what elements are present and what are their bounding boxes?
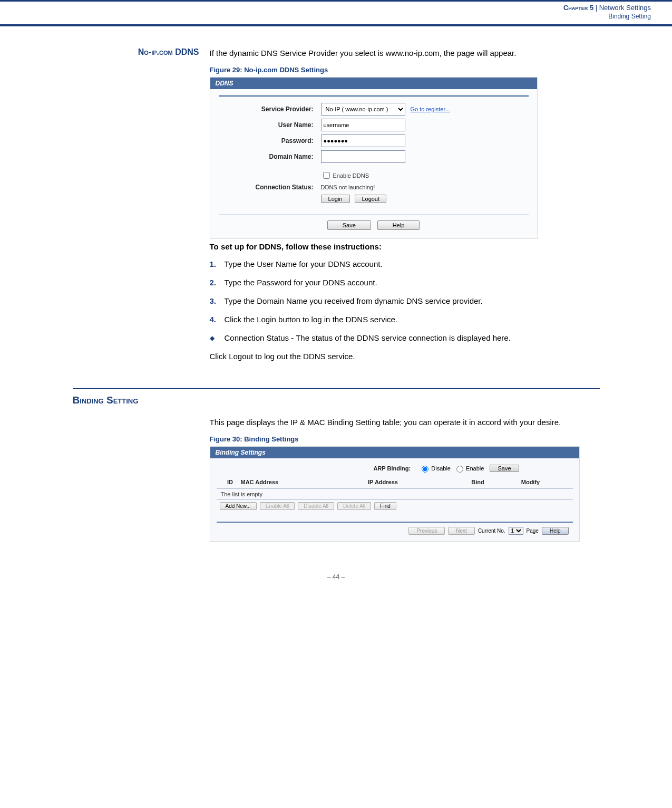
password-label: Password: — [219, 137, 321, 145]
section-divider — [73, 388, 600, 389]
find-button[interactable]: Find — [374, 502, 396, 510]
arp-disable-label: Disable — [431, 465, 451, 472]
arp-disable-radio[interactable] — [422, 466, 428, 473]
page-number: – 44 – — [73, 573, 600, 581]
step-num-2: 2. — [210, 277, 225, 288]
chapter-title: Network Settings — [599, 4, 651, 12]
enable-all-button[interactable]: Enable All — [260, 502, 295, 510]
figure29-caption: Figure 29: No-ip.com DDNS Settings — [210, 66, 600, 74]
domain-name-input[interactable] — [321, 150, 405, 163]
current-no-select[interactable]: 1 — [509, 527, 523, 535]
enable-ddns-label: Enable DDNS — [333, 172, 369, 179]
step-text-4: Click the Login button to log in the DDN… — [225, 314, 398, 325]
col-ip: IP Address — [320, 479, 446, 485]
step-num-1: 1. — [210, 258, 225, 270]
section1-margin-title: No-ip.com DDNS — [73, 47, 210, 57]
arp-binding-label: ARP Binding: — [373, 465, 411, 472]
conn-status-value: DDNS not launching! — [321, 184, 375, 190]
header: Chapter 5 | Network Settings Binding Set… — [0, 0, 672, 26]
section1-intro: If the dynamic DNS Service Provider you … — [210, 47, 600, 59]
step-text-2: Type the Password for your DDNS account. — [225, 277, 377, 288]
panel-bottom-rule — [219, 215, 529, 215]
service-provider-label: Service Provider: — [219, 105, 321, 113]
conn-status-label: Connection Status: — [219, 184, 321, 191]
save-button[interactable]: Save — [327, 220, 371, 230]
domain-name-label: Domain Name: — [219, 153, 321, 160]
panel-top-rule — [219, 95, 529, 97]
arp-save-button[interactable]: Save — [490, 465, 519, 472]
help-button[interactable]: Help — [377, 220, 420, 230]
arp-enable-radio[interactable] — [456, 466, 463, 473]
password-input[interactable] — [321, 134, 405, 147]
binding-panel-title: Binding Settings — [210, 447, 579, 458]
conn-status-bullet: Connection Status - The status of the DD… — [225, 332, 511, 343]
previous-button[interactable]: Previous — [408, 527, 445, 535]
pager-rule — [217, 522, 573, 523]
section2-intro: This page displays the IP & MAC Binding … — [210, 417, 600, 428]
pager-help-button[interactable]: Help — [542, 527, 569, 535]
add-new-button[interactable]: Add New... — [220, 502, 257, 510]
service-provider-select[interactable]: No-IP ( www.no-ip.com ) — [321, 103, 405, 116]
arp-enable-label: Enable — [466, 465, 484, 472]
chapter-sep: | — [593, 4, 599, 12]
username-label: User Name: — [219, 121, 321, 129]
logout-line: Click Logout to log out the DDNS service… — [210, 351, 600, 362]
logout-button[interactable]: Logout — [355, 195, 386, 203]
section2-title: Binding Setting — [73, 395, 600, 406]
page-content: No-ip.com DDNS If the dynamic DNS Servic… — [73, 26, 600, 612]
page-label: Page — [527, 528, 539, 534]
diamond-bullet-icon: ◆ — [210, 332, 225, 343]
enable-ddns-checkbox[interactable] — [323, 172, 330, 179]
register-link[interactable]: Go to register... — [411, 106, 450, 112]
figure30-caption: Figure 30: Binding Settings — [210, 435, 600, 443]
ddns-panel: DDNS Service Provider: No-IP ( www.no-ip… — [210, 77, 538, 239]
header-subtitle: Binding Setting — [0, 13, 651, 20]
step-text-1: Type the User Name for your DDNS account… — [225, 258, 383, 270]
instructions-list: 1.Type the User Name for your DDNS accou… — [210, 258, 600, 325]
col-modify: Modify — [510, 479, 552, 485]
col-bind: Bind — [446, 479, 510, 485]
col-id: ID — [220, 479, 241, 485]
current-no-label: Current No. — [478, 528, 505, 534]
step-num-3: 3. — [210, 295, 225, 306]
username-input[interactable] — [321, 119, 405, 131]
ddns-panel-title: DDNS — [210, 78, 537, 89]
login-button[interactable]: Login — [321, 195, 350, 203]
chapter-label: Chapter 5 — [563, 4, 593, 12]
next-button[interactable]: Next — [448, 527, 475, 535]
step-num-4: 4. — [210, 314, 225, 325]
col-mac: MAC Address — [241, 479, 320, 485]
binding-table-empty: The list is empty — [217, 489, 573, 499]
instructions-heading: To set up for DDNS, follow these instruc… — [210, 242, 600, 251]
delete-all-button[interactable]: Delete All — [337, 502, 371, 510]
binding-table-header: ID MAC Address IP Address Bind Modify — [217, 478, 573, 489]
step-text-3: Type the Domain Name you received from d… — [225, 295, 483, 306]
disable-all-button[interactable]: Disable All — [298, 502, 334, 510]
binding-panel: Binding Settings ARP Binding: Disable En… — [210, 446, 580, 542]
